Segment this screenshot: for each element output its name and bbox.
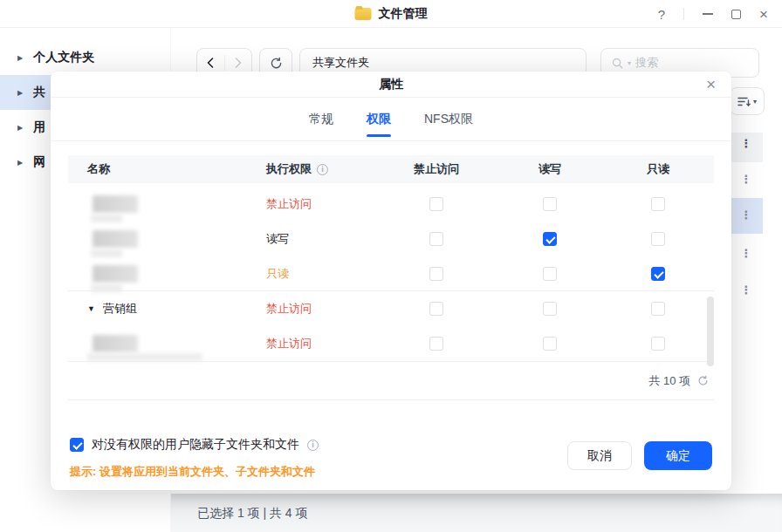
checkbox-cell (602, 232, 714, 246)
checkbox-cell (602, 302, 714, 316)
readwrite-checkbox[interactable] (543, 232, 557, 246)
exec-permission-value[interactable]: 读写 (253, 231, 375, 247)
sidebar-item-label: 网 (33, 154, 45, 170)
table-row[interactable]: 读写 (68, 222, 714, 256)
window-title: 文件管理 (379, 6, 428, 22)
checkbox-cell (375, 232, 497, 246)
expand-arrow-icon[interactable]: ▶ (17, 159, 23, 167)
apply-hint: 提示: 设置将应用到当前文件夹、子文件夹和文件 (70, 464, 315, 480)
confirm-button[interactable]: 确定 (644, 441, 712, 470)
checkbox-cell (497, 197, 602, 211)
dialog-close-icon[interactable]: × (706, 73, 716, 96)
readonly-checkbox[interactable] (651, 232, 665, 246)
deny-checkbox[interactable] (429, 337, 443, 351)
dialog-header: 属性 × (51, 72, 731, 98)
column-more-icon[interactable]: ⋮ (730, 137, 763, 150)
help-button[interactable]: ? (658, 7, 665, 22)
column-header-deny: 禁止访问 (375, 161, 497, 177)
name-cell (68, 326, 253, 361)
exec-permission-value[interactable]: 禁止访问 (253, 196, 375, 212)
redaction-blur (87, 353, 202, 361)
maximize-button[interactable] (731, 10, 741, 19)
readwrite-checkbox[interactable] (543, 197, 557, 211)
deny-checkbox[interactable] (429, 267, 443, 281)
refresh-icon[interactable] (697, 375, 709, 386)
exec-permission-value[interactable]: 禁止访问 (253, 336, 375, 351)
checkbox-cell (497, 302, 602, 316)
column-header-readonly: 只读 (602, 161, 714, 177)
view-options-button[interactable]: ▾ (730, 87, 765, 115)
readonly-checkbox[interactable] (651, 267, 665, 281)
redacted-name (87, 187, 209, 222)
expand-arrow-icon[interactable]: ▶ (17, 124, 23, 132)
collapse-arrow-icon[interactable]: ▼ (87, 304, 95, 313)
redaction-blur (93, 195, 138, 213)
readwrite-checkbox[interactable] (543, 302, 557, 316)
readonly-checkbox[interactable] (651, 302, 665, 316)
checkbox-cell (375, 302, 497, 316)
sidebar-item-personal-folder[interactable]: ▶ 个人文件夹 (0, 40, 170, 75)
close-button[interactable]: × (759, 7, 768, 22)
row-more-icon[interactable]: ⋮ (730, 173, 763, 186)
titlebar-divider (683, 8, 684, 20)
checkbox-cell (497, 232, 602, 246)
sidebar-item-label: 用 (33, 119, 45, 135)
readwrite-checkbox[interactable] (543, 267, 557, 281)
minimize-button[interactable] (703, 13, 713, 15)
refresh-icon (270, 57, 283, 70)
column-header-name: 名称 (68, 161, 253, 177)
table-row[interactable]: 只读 (68, 256, 714, 291)
checkbox-cell (497, 267, 602, 281)
search-type-caret-icon[interactable]: ▾ (628, 59, 631, 67)
sidebar-item-label: 共 (33, 85, 45, 100)
checkbox-cell (497, 337, 602, 351)
redaction-blur (93, 230, 138, 248)
hide-option-label: 对没有权限的用户隐藏子文件夹和文件 (92, 437, 299, 453)
table-footer: 共 10 项 (68, 362, 714, 400)
info-icon[interactable]: i (317, 164, 328, 175)
exec-permission-value[interactable]: 禁止访问 (253, 301, 375, 317)
tab-nfs-permissions[interactable]: NFS权限 (424, 98, 473, 141)
tab-permissions[interactable]: 权限 (367, 98, 391, 141)
deny-checkbox[interactable] (429, 197, 443, 211)
path-value: 共享文件夹 (312, 56, 369, 69)
row-more-icon[interactable]: ⋮ (730, 208, 763, 222)
group-name: 营销组 (103, 301, 137, 317)
row-more-icon[interactable]: ⋮ (730, 283, 763, 297)
view-caret-icon[interactable]: ▾ (753, 98, 757, 106)
table-row[interactable]: ▼营销组禁止访问 (68, 291, 714, 326)
info-icon[interactable]: i (307, 440, 319, 451)
table-row[interactable]: 禁止访问 (68, 187, 714, 222)
name-cell (68, 187, 253, 222)
app-folder-icon (355, 8, 372, 20)
scrollbar-thumb[interactable] (707, 297, 714, 366)
readwrite-checkbox[interactable] (543, 337, 557, 351)
properties-dialog: 属性 × 常规 权限 NFS权限 名称 执行权限 i 禁止访问 读写 只读 禁止… (51, 72, 731, 490)
checkbox-cell (602, 197, 714, 211)
column-header-exec-label: 执行权限 (266, 161, 312, 177)
expand-arrow-icon[interactable]: ▶ (17, 54, 23, 62)
readonly-checkbox[interactable] (651, 197, 665, 211)
name-cell (68, 256, 253, 291)
permission-table: 名称 执行权限 i 禁止访问 读写 只读 禁止访问读写只读▼营销组禁止访问禁止访… (68, 155, 714, 400)
redaction-blur (91, 284, 122, 292)
cancel-button[interactable]: 取消 (567, 441, 632, 470)
permission-table-body: 禁止访问读写只读▼营销组禁止访问禁止访问 (68, 187, 714, 362)
expand-arrow-icon[interactable]: ▶ (17, 89, 23, 97)
readonly-checkbox[interactable] (651, 337, 665, 351)
hide-from-unauthorized-checkbox[interactable] (70, 438, 84, 452)
table-row[interactable]: 禁止访问 (68, 326, 714, 361)
sort-list-icon (737, 96, 751, 107)
table-header: 名称 执行权限 i 禁止访问 读写 只读 (68, 155, 714, 183)
redacted-name (87, 222, 209, 256)
exec-permission-value[interactable]: 只读 (253, 266, 375, 282)
search-icon (612, 58, 623, 69)
deny-checkbox[interactable] (429, 302, 443, 316)
tab-general[interactable]: 常规 (309, 98, 333, 141)
row-more-icon[interactable]: ⋮ (730, 247, 763, 260)
window-title-group: 文件管理 (355, 0, 428, 28)
deny-checkbox[interactable] (429, 232, 443, 246)
redaction-blur (93, 265, 138, 283)
redacted-name (87, 256, 209, 291)
hide-option-row: 对没有权限的用户隐藏子文件夹和文件 i (70, 437, 319, 453)
